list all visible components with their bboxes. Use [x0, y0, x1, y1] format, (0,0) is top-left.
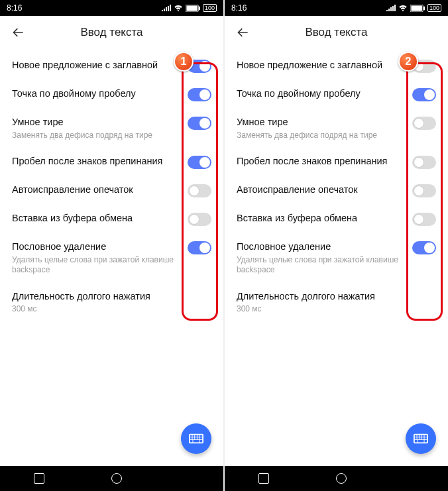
- row-subtitle: Удалять целые слова при зажатой клавише …: [12, 255, 182, 276]
- nav-bar: [225, 466, 448, 491]
- row-title: Пословное удаление: [12, 241, 182, 254]
- row-space-after-punct[interactable]: Пробел после знаков препинания: [0, 148, 223, 176]
- battery-icon: [410, 5, 425, 12]
- svg-rect-4: [190, 435, 192, 437]
- row-title: Пробел после знаков препинания: [237, 155, 407, 168]
- arrow-left-icon: [237, 26, 250, 39]
- row-title: Длительность долгого нажатия: [237, 290, 436, 303]
- toggle-smart-dash[interactable]: [188, 117, 211, 130]
- nav-home[interactable]: [336, 473, 347, 484]
- row-title: Умное тире: [237, 116, 407, 129]
- battery-icon: [186, 5, 200, 12]
- toggle-space-after-punct[interactable]: [188, 156, 211, 169]
- toggle-clipboard-paste[interactable]: [412, 213, 436, 226]
- row-title: Новое предложение с заглавной: [237, 59, 407, 72]
- row-subtitle: 300 мс: [237, 304, 436, 315]
- back-button[interactable]: [230, 19, 256, 46]
- keyboard-fab[interactable]: [406, 423, 436, 454]
- row-title: Вставка из буфера обмена: [12, 212, 182, 225]
- battery-text: 100: [427, 4, 441, 12]
- page-title: Ввод текста: [225, 26, 448, 39]
- signal-icon: [162, 5, 171, 11]
- nav-recents[interactable]: [258, 473, 269, 484]
- row-title: Автоисправление опечаток: [237, 184, 407, 197]
- svg-rect-16: [200, 440, 203, 443]
- back-button[interactable]: [5, 19, 32, 46]
- svg-rect-8: [200, 435, 203, 437]
- row-clipboard-paste[interactable]: Вставка из буфера обмена: [225, 205, 448, 233]
- app-bar: Ввод текста: [225, 16, 448, 49]
- status-time: 8:16: [7, 3, 22, 13]
- svg-rect-2: [199, 6, 200, 10]
- keyboard-fab[interactable]: [181, 423, 211, 454]
- svg-rect-14: [190, 440, 193, 443]
- row-capitalize[interactable]: Новое предложение с заглавной: [225, 52, 448, 80]
- battery-text: 100: [203, 4, 217, 12]
- toggle-autocorrect[interactable]: [412, 184, 436, 197]
- row-double-space-period[interactable]: Точка по двойному пробелу: [0, 80, 223, 109]
- svg-rect-12: [197, 437, 199, 439]
- svg-rect-11: [195, 437, 197, 439]
- row-title: Умное тире: [12, 116, 182, 129]
- svg-rect-21: [415, 435, 417, 437]
- row-capitalize[interactable]: Новое предложение с заглавной: [0, 52, 223, 80]
- row-clipboard-paste[interactable]: Вставка из буфера обмена: [0, 205, 223, 233]
- status-bar: 8:16 100: [0, 0, 223, 16]
- svg-rect-6: [195, 435, 197, 437]
- toggle-word-delete[interactable]: [188, 241, 211, 254]
- svg-rect-31: [415, 440, 418, 443]
- wifi-icon: [398, 5, 408, 11]
- signal-icon: [386, 5, 396, 11]
- svg-rect-18: [411, 5, 422, 11]
- row-title: Пробел после знаков препинания: [12, 155, 182, 168]
- toggle-double-space-period[interactable]: [412, 88, 436, 101]
- svg-rect-24: [422, 435, 424, 437]
- svg-rect-33: [425, 440, 427, 443]
- row-double-space-period[interactable]: Точка по двойному пробелу: [225, 80, 448, 109]
- toggle-double-space-period[interactable]: [188, 88, 211, 101]
- svg-rect-7: [197, 435, 199, 437]
- svg-rect-28: [420, 437, 421, 439]
- svg-rect-9: [190, 437, 192, 439]
- toggle-clipboard-paste[interactable]: [188, 213, 211, 226]
- page-title: Ввод текста: [0, 26, 223, 39]
- row-autocorrect[interactable]: Автоисправление опечаток: [0, 176, 223, 205]
- settings-list: Новое предложение с заглавной Точка по д…: [225, 49, 448, 466]
- toggle-smart-dash[interactable]: [412, 117, 436, 130]
- svg-rect-19: [423, 6, 425, 10]
- nav-recents[interactable]: [34, 473, 44, 484]
- toggle-autocorrect[interactable]: [188, 184, 211, 197]
- row-long-press[interactable]: Длительность долгого нажатия 300 мс: [0, 283, 223, 322]
- status-bar: 8:16 100: [225, 0, 448, 16]
- toggle-space-after-punct[interactable]: [412, 156, 436, 169]
- settings-list: Новое предложение с заглавной Точка по д…: [0, 49, 223, 466]
- row-word-delete[interactable]: Пословное удаление Удалять целые слова п…: [225, 233, 448, 283]
- row-smart-dash[interactable]: Умное тире Заменять два дефиса подряд на…: [0, 109, 223, 148]
- svg-rect-32: [418, 440, 423, 443]
- row-long-press[interactable]: Длительность долгого нажатия 300 мс: [225, 283, 448, 322]
- row-autocorrect[interactable]: Автоисправление опечаток: [225, 176, 448, 205]
- row-subtitle: Удалять целые слова при зажатой клавише …: [237, 255, 407, 276]
- row-word-delete[interactable]: Пословное удаление Удалять целые слова п…: [0, 233, 223, 283]
- row-title: Точка по двойному пробелу: [12, 87, 182, 101]
- svg-rect-22: [418, 435, 420, 437]
- row-smart-dash[interactable]: Умное тире Заменять два дефиса подряд на…: [225, 109, 448, 148]
- toggle-capitalize[interactable]: [188, 60, 211, 73]
- svg-rect-10: [193, 437, 195, 439]
- arrow-left-icon: [12, 26, 25, 39]
- nav-home[interactable]: [111, 473, 122, 484]
- toggle-capitalize[interactable]: [412, 60, 436, 73]
- row-subtitle: Заменять два дефиса подряд на тире: [12, 131, 182, 141]
- row-space-after-punct[interactable]: Пробел после знаков препинания: [225, 148, 448, 176]
- svg-rect-23: [420, 435, 421, 437]
- keyboard-icon: [189, 433, 203, 444]
- row-title: Точка по двойному пробелу: [237, 87, 407, 101]
- svg-rect-25: [425, 435, 427, 437]
- wifi-icon: [174, 5, 183, 11]
- row-title: Новое предложение с заглавной: [12, 59, 182, 72]
- svg-rect-5: [193, 435, 195, 437]
- svg-rect-15: [193, 440, 199, 443]
- svg-rect-29: [422, 437, 424, 439]
- toggle-word-delete[interactable]: [412, 241, 436, 254]
- svg-rect-1: [186, 5, 197, 11]
